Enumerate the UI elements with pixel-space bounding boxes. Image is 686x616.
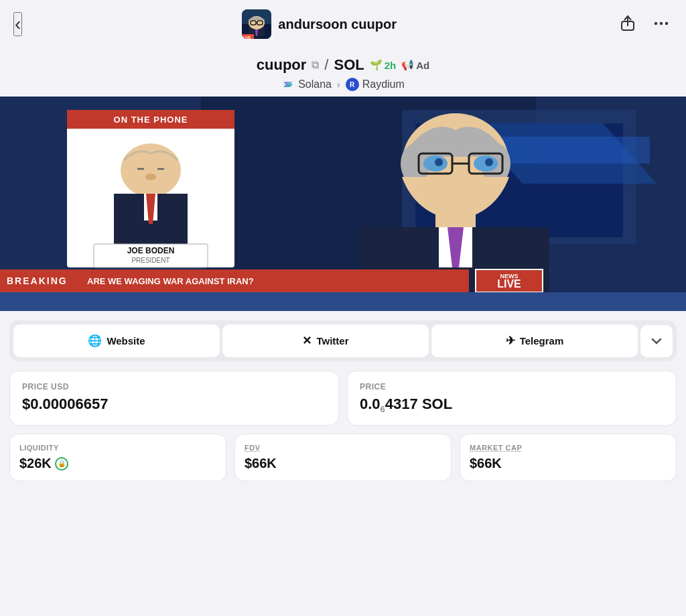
twitter-label: Twitter [316, 335, 348, 347]
nav-center: LIVE andursoon cuupor [242, 9, 397, 39]
token-name: cuupor [257, 56, 307, 74]
share-button[interactable] [616, 12, 639, 37]
nav-title: andursoon cuupor [278, 17, 397, 32]
price-usd-value: $0.00006657 [22, 395, 326, 413]
chain-to-label: Raydium [362, 78, 405, 90]
chain-arrow: › [337, 79, 340, 90]
twitter-icon: ✕ [302, 334, 312, 348]
telegram-label: Telegram [520, 335, 564, 347]
nav-bar: ‹ LIVE [0, 0, 686, 48]
more-button[interactable] [650, 12, 673, 37]
svg-point-14 [665, 21, 668, 24]
chain-from-label: Solana [298, 78, 332, 90]
banner-svg: ON THE PHONE JOE BODEN PRESIDENT [0, 97, 686, 311]
price-sol-card: PRICE 0.064317 SOL [347, 371, 677, 426]
avatar-image: LIVE [242, 9, 271, 39]
sol-prefix: 0.0 [360, 395, 381, 412]
social-more-button[interactable] [640, 325, 673, 357]
sol-suffix: 4317 SOL [385, 395, 452, 412]
svg-point-13 [660, 21, 663, 24]
sol-subscript: 6 [381, 404, 385, 414]
stats-section: LIQUIDITY $26K 🔒 FDV $66K MARKET CAP $66… [0, 426, 686, 495]
token-pair: SOL [334, 56, 364, 74]
liquidity-card: LIQUIDITY $26K 🔒 [9, 434, 226, 481]
mcap-value: $66K [470, 456, 667, 471]
nav-actions [616, 12, 673, 37]
fdv-card: FDV $66K [234, 434, 452, 481]
svg-marker-21 [502, 137, 650, 164]
time-icon: 🌱 [370, 59, 383, 71]
chain-raydium: R Raydium [346, 78, 405, 91]
back-button[interactable]: ‹ [13, 12, 22, 36]
price-usd-card: PRICE USD $0.00006657 [9, 371, 339, 426]
svg-point-45 [435, 158, 443, 166]
token-header: cuupor ⧉ / SOL 🌱 2h 📢 Ad [0, 48, 686, 97]
svg-text:ARE WE WAGING WAR AGAINST IRAN: ARE WE WAGING WAR AGAINST IRAN? [87, 276, 254, 286]
avatar: LIVE [242, 9, 271, 39]
telegram-icon: ✈ [506, 334, 515, 348]
fdv-label: FDV [245, 444, 441, 452]
share-icon [619, 15, 636, 32]
chevron-down-icon [650, 334, 663, 348]
token-title-row: cuupor ⧉ / SOL 🌱 2h 📢 Ad [13, 56, 673, 74]
svg-point-25 [121, 143, 181, 197]
svg-rect-60 [0, 292, 686, 311]
website-icon: 🌐 [88, 334, 102, 348]
liquidity-value: $26K 🔒 [19, 456, 216, 471]
lock-icon: 🔒 [55, 457, 68, 471]
price-section: PRICE USD $0.00006657 PRICE 0.064317 SOL [0, 361, 686, 426]
price-usd-label: PRICE USD [22, 382, 326, 391]
time-badge: 🌱 2h [370, 59, 397, 71]
liquidity-label: LIQUIDITY [19, 444, 216, 452]
svg-text:BREAKING: BREAKING [7, 275, 68, 286]
svg-text:JOE BODEN: JOE BODEN [127, 246, 175, 255]
ad-label: Ad [416, 60, 429, 71]
twitter-button[interactable]: ✕ Twitter [222, 324, 429, 357]
banner-image: ON THE PHONE JOE BODEN PRESIDENT [0, 97, 686, 311]
fdv-value: $66K [245, 456, 441, 471]
copy-icon[interactable]: ⧉ [312, 59, 319, 71]
svg-text:LIVE: LIVE [243, 36, 251, 39]
website-button[interactable]: 🌐 Website [13, 324, 220, 357]
ad-icon: 📢 [401, 59, 414, 71]
chain-solana: Solana [281, 78, 332, 91]
price-sol-label: PRICE [360, 382, 664, 391]
svg-text:ON THE PHONE: ON THE PHONE [114, 115, 188, 125]
token-slash: / [324, 56, 328, 74]
price-sol-value: 0.064317 SOL [360, 395, 664, 414]
svg-text:LIVE: LIVE [497, 278, 521, 290]
telegram-button[interactable]: ✈ Telegram [431, 324, 638, 357]
mcap-card: MARKET CAP $66K [460, 434, 677, 481]
raydium-icon: R [346, 78, 359, 91]
svg-text:PRESIDENT: PRESIDENT [131, 257, 169, 264]
svg-point-46 [485, 158, 493, 166]
more-icon [653, 15, 670, 32]
mcap-label: MARKET CAP [470, 444, 667, 452]
solana-icon [281, 78, 295, 91]
svg-point-12 [655, 21, 657, 24]
svg-point-28 [145, 174, 156, 180]
chain-row: Solana › R Raydium [13, 78, 673, 91]
website-label: Website [107, 335, 145, 347]
time-value: 2h [385, 60, 397, 71]
ad-badge: 📢 Ad [401, 59, 429, 71]
social-bar: 🌐 Website ✕ Twitter ✈ Telegram [9, 320, 677, 361]
